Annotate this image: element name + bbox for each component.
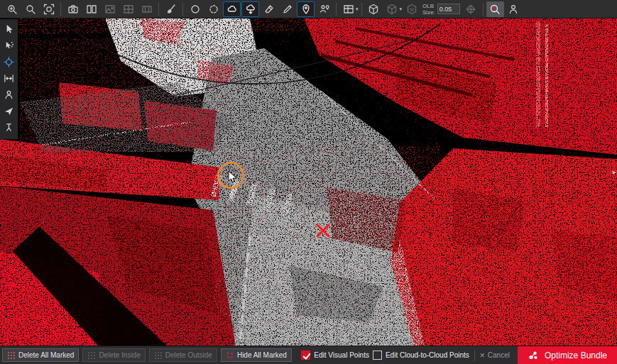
cancel-label: Cancel <box>488 351 510 359</box>
grid-view-icon[interactable] <box>119 1 137 17</box>
point-cloud-viewport[interactable] <box>0 18 617 346</box>
split-view-icon[interactable] <box>82 1 100 17</box>
panel-expand-chevron[interactable]: ▸ <box>612 167 616 177</box>
checkbox-unchecked-icon[interactable] <box>373 351 382 360</box>
zoom-in-icon[interactable] <box>3 1 21 17</box>
bundle-cluster-icon <box>528 350 539 361</box>
scan-station-icon[interactable] <box>1 120 17 135</box>
toolbar-separator <box>60 3 61 16</box>
ladder-strip-1 <box>536 21 540 128</box>
circle-select-icon[interactable] <box>186 1 204 17</box>
button-label: Delete Outside <box>165 351 212 359</box>
zoom-window-icon[interactable] <box>21 1 39 17</box>
cube-dropdown-caret[interactable]: ▾ <box>400 6 403 12</box>
hide-marked-icon <box>226 351 234 360</box>
cloud-icon[interactable] <box>223 1 241 17</box>
navigate-arrow-icon[interactable] <box>1 104 17 118</box>
locate-icon[interactable] <box>486 1 504 17</box>
olb-size-label: OLB Size: <box>422 3 435 16</box>
svg-text:M: M <box>410 7 414 12</box>
layout-dropdown-caret[interactable]: ▾ <box>356 6 359 12</box>
toolbar-separator <box>336 3 337 16</box>
left-toolbar <box>0 19 18 139</box>
checkbox-label: Edit Cloud-to-Cloud Points <box>386 351 469 359</box>
edit-visual-points-checkbox[interactable]: Edit Visual Points <box>301 351 369 360</box>
checkbox-checked-icon[interactable] <box>301 351 310 360</box>
brush-icon[interactable] <box>162 1 180 17</box>
cube-m-icon[interactable]: M <box>403 1 420 17</box>
pick-point-icon[interactable] <box>1 55 17 70</box>
toolbar-separator <box>158 3 159 16</box>
hide-all-marked-button[interactable]: Hide All Marked <box>221 348 292 362</box>
pin-icon[interactable] <box>297 1 315 17</box>
apply-icon[interactable] <box>462 1 480 17</box>
cancel-button[interactable]: × Cancel <box>480 351 510 359</box>
checkbox-label: Edit Visual Points <box>314 351 369 359</box>
camera-icon[interactable] <box>64 1 82 17</box>
button-label: Delete Inside <box>99 351 140 359</box>
toolbar-separator <box>483 3 484 16</box>
eraser-icon[interactable] <box>260 1 278 17</box>
image-view-icon[interactable] <box>101 1 119 17</box>
layout-grid-icon[interactable] <box>339 1 357 17</box>
edit-cloud-to-cloud-checkbox[interactable]: Edit Cloud-to-Cloud Points <box>373 351 469 360</box>
close-icon: × <box>480 352 485 359</box>
cube-wire-icon[interactable] <box>383 1 401 17</box>
select-points-icon[interactable] <box>1 38 17 53</box>
circle-dashed-icon[interactable] <box>204 1 222 17</box>
delete-inside-button[interactable]: Delete Inside <box>82 348 145 362</box>
optimize-label: Optimize Bundle <box>545 351 607 360</box>
button-label: Delete All Marked <box>18 351 74 359</box>
viewport-3d[interactable]: ▸ <box>0 18 617 346</box>
button-label: Hide All Marked <box>237 351 287 359</box>
marked-points-icon <box>154 351 163 360</box>
olb-size-input[interactable] <box>437 4 460 14</box>
cube-icon[interactable] <box>365 1 383 17</box>
optimize-bundle-button[interactable]: Optimize Bundle <box>518 346 617 364</box>
measure-distance-icon[interactable] <box>1 71 17 86</box>
bottom-toolbar: Delete All Marked Delete Inside Delete O… <box>0 346 617 364</box>
delete-all-marked-button[interactable]: Delete All Marked <box>2 348 79 362</box>
marked-points-icon <box>87 351 96 360</box>
application-window: ▾ ▾ M OLB Size: <box>0 0 617 364</box>
film-strip-icon[interactable] <box>138 1 155 17</box>
marked-points-icon <box>7 351 16 360</box>
mouse-cursor <box>228 170 238 187</box>
pencil-icon[interactable] <box>278 1 296 17</box>
toolbar-separator <box>361 3 362 16</box>
user-pin-icon[interactable] <box>315 1 333 17</box>
bottom-bar-separator <box>474 350 475 361</box>
delete-outside-button[interactable]: Delete Outside <box>149 348 217 362</box>
select-cursor-icon[interactable] <box>1 22 17 37</box>
ladder-strip-2 <box>545 24 548 128</box>
toolbar-separator <box>182 3 183 16</box>
person-icon[interactable] <box>505 1 523 17</box>
person-view-icon[interactable] <box>1 87 17 102</box>
top-toolbar: ▾ ▾ M OLB Size: <box>0 0 617 18</box>
zoom-extents-icon[interactable] <box>40 1 58 17</box>
cloud-download-icon[interactable] <box>241 1 259 17</box>
olb-size-control: OLB Size: <box>422 3 460 16</box>
